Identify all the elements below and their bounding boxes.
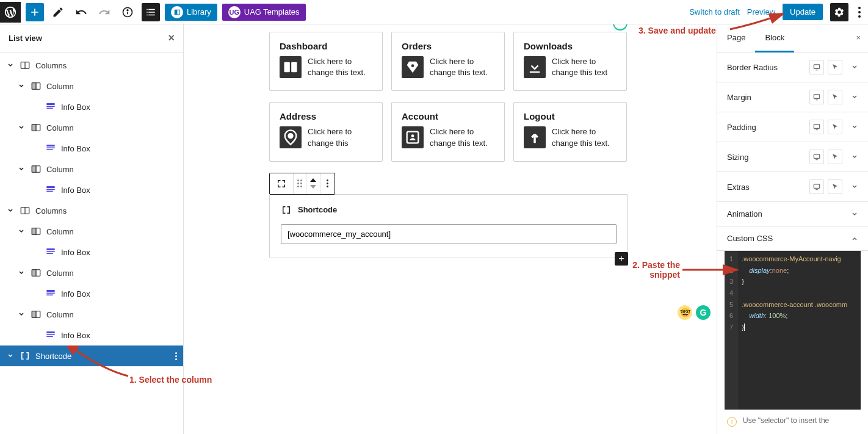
desktop-icon[interactable] — [809, 90, 824, 104]
desktop-icon[interactable] — [809, 120, 824, 134]
svg-rect-41 — [46, 335, 55, 336]
desktop-icon[interactable] — [809, 150, 824, 164]
drag-handle[interactable] — [294, 173, 306, 194]
info-box[interactable]: OrdersClick here to change this text. — [391, 32, 505, 91]
tree-item-columns[interactable]: Columns — [0, 200, 183, 221]
preview-link[interactable]: Preview — [747, 7, 775, 16]
svg-rect-29 — [46, 251, 55, 253]
item-options-button[interactable] — [175, 352, 177, 360]
list-view-title: List view — [9, 34, 42, 43]
info-box-title: Downloads — [524, 41, 617, 51]
svg-rect-44 — [291, 62, 297, 72]
shortcode-icon — [20, 350, 31, 361]
close-list-view-button[interactable]: × — [168, 32, 175, 45]
svg-rect-28 — [46, 248, 55, 250]
svg-rect-35 — [46, 293, 55, 294]
redo-button[interactable] — [95, 3, 114, 21]
info-box[interactable]: DashboardClick here to change this text. — [269, 32, 383, 91]
svg-rect-30 — [46, 253, 53, 255]
panel-sizing[interactable]: Sizing — [717, 142, 868, 172]
svg-rect-43 — [284, 62, 290, 72]
info-box-icon — [524, 126, 546, 148]
cursor-icon[interactable] — [828, 120, 842, 134]
svg-rect-15 — [46, 148, 55, 149]
block-toolbar — [269, 173, 335, 195]
tree-item-infobox[interactable]: Info Box — [0, 138, 183, 159]
panel-extras[interactable]: Extras — [717, 172, 868, 202]
wordpress-logo[interactable] — [0, 2, 21, 23]
panel-custom-css[interactable]: Custom CSS — [717, 226, 868, 251]
tree-item-column[interactable]: Column — [0, 304, 183, 325]
tree-item-columns[interactable]: Columns — [0, 55, 183, 76]
info-box-title: Account — [402, 111, 494, 121]
desktop-icon[interactable] — [809, 179, 824, 194]
shortcode-block[interactable]: Shortcode — [269, 194, 628, 258]
update-button[interactable]: Update — [783, 4, 823, 20]
tree-item-infobox[interactable]: Info Box — [0, 96, 183, 117]
block-options-button[interactable] — [320, 173, 335, 194]
info-box-icon — [280, 126, 302, 148]
settings-button[interactable] — [830, 3, 848, 21]
svg-rect-55 — [814, 154, 819, 158]
shortcode-input[interactable] — [281, 224, 617, 244]
svg-rect-49 — [814, 65, 819, 68]
tree-item-infobox[interactable]: Info Box — [0, 283, 183, 304]
desktop-icon[interactable] — [809, 60, 824, 74]
edit-mode-button[interactable] — [49, 3, 67, 21]
panel-margin[interactable]: Margin — [717, 82, 868, 112]
css-code-editor[interactable]: 1234567 .woocommerce-MyAccount-navig dis… — [725, 251, 861, 410]
column-icon — [31, 122, 42, 133]
uag-templates-button[interactable]: UG UAG Templates — [222, 4, 306, 21]
panel-border-radius[interactable]: Border Radius — [717, 52, 868, 82]
info-box[interactable]: AddressClick here to change this — [269, 102, 383, 161]
info-box[interactable]: AccountClick here to change this text. — [391, 102, 505, 161]
info-box-text: Click here to change this text. — [552, 126, 617, 148]
tree-item-column[interactable]: Column — [0, 117, 183, 138]
svg-point-46 — [288, 133, 293, 139]
panel-animation[interactable]: Animation — [717, 202, 868, 226]
svg-rect-42 — [46, 336, 53, 338]
close-sidebar-button[interactable]: × — [848, 24, 868, 52]
tree-item-infobox[interactable]: Info Box — [0, 179, 183, 200]
tree-item-column[interactable]: Column — [0, 76, 183, 96]
info-box-icon — [524, 56, 546, 78]
tree-item-column[interactable]: Column — [0, 262, 183, 283]
switch-to-draft-link[interactable]: Switch to draft — [689, 7, 739, 16]
panel-padding[interactable]: Padding — [717, 112, 868, 142]
tree-item-shortcode[interactable]: Shortcode — [0, 345, 183, 366]
svg-rect-20 — [46, 186, 55, 188]
info-box[interactable]: DownloadsClick here to change this text — [513, 32, 627, 91]
move-buttons[interactable] — [306, 173, 320, 194]
undo-button[interactable] — [72, 3, 90, 21]
tree-item-infobox[interactable]: Info Box — [0, 242, 183, 262]
svg-rect-53 — [814, 125, 819, 128]
info-box-icon — [402, 56, 424, 78]
cursor-icon[interactable] — [828, 150, 842, 164]
tree-item-infobox[interactable]: Info Box — [0, 325, 183, 345]
more-options-button[interactable] — [856, 2, 863, 23]
cursor-icon[interactable] — [828, 60, 842, 74]
tab-block[interactable]: Block — [755, 24, 794, 52]
info-box-text: Click here to change this text. — [308, 56, 372, 78]
tree-item-column[interactable]: Column — [0, 159, 183, 179]
cursor-icon[interactable] — [828, 179, 842, 194]
block-type-button[interactable] — [270, 173, 294, 194]
add-block-inline-button[interactable]: + — [615, 252, 628, 266]
tree-item-column[interactable]: Column — [0, 221, 183, 242]
svg-rect-57 — [814, 184, 819, 188]
svg-rect-8 — [46, 103, 55, 105]
add-block-button[interactable] — [26, 3, 44, 21]
library-button[interactable]: ◧ Library — [165, 4, 217, 21]
svg-rect-16 — [46, 150, 53, 151]
info-box[interactable]: LogoutClick here to change this text. — [513, 102, 627, 161]
infobox-icon — [45, 247, 56, 258]
info-box-icon — [402, 126, 424, 148]
svg-rect-34 — [46, 290, 55, 292]
list-view-button[interactable] — [142, 3, 160, 21]
info-button[interactable] — [118, 3, 137, 21]
grammarly-icon[interactable]: G — [696, 305, 711, 320]
cursor-icon[interactable] — [828, 90, 842, 104]
column-icon — [31, 267, 42, 278]
tab-page[interactable]: Page — [717, 24, 755, 52]
svg-rect-14 — [46, 145, 55, 146]
